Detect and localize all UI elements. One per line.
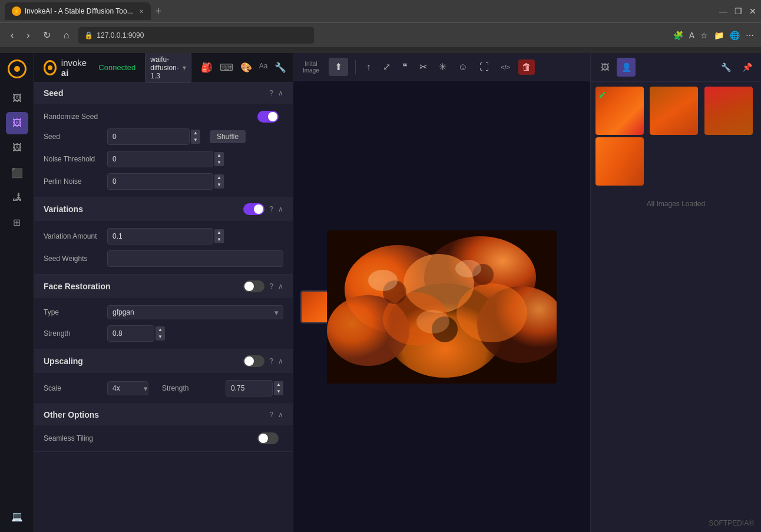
header-icon-keyboard[interactable]: ⌨ [220,62,233,73]
model-selector[interactable]: waifu-diffusion-1.3 ▾ [145,53,191,83]
sidebar-item-img2img[interactable]: 🖼 [6,112,28,134]
menu-icon[interactable]: ⋯ [746,31,754,40]
refresh-button[interactable]: ↻ [39,27,54,43]
collections-icon[interactable]: 📁 [714,31,724,40]
variations-toggle[interactable] [243,203,264,215]
sidebar-item-nodes[interactable]: 🏞 [6,186,28,209]
seed-down-arrow[interactable]: ▼ [191,137,200,144]
grid-image-4[interactable] [595,137,644,186]
variations-section-header[interactable]: Variations ? ∧ [34,197,293,221]
variation-amount-down[interactable]: ▼ [214,236,224,243]
maximize-button[interactable]: ⛶ [476,60,492,75]
shuffle-button[interactable]: Shuffle [210,130,246,143]
minimize-button[interactable]: — [719,6,727,16]
forward-button[interactable]: › [23,28,33,43]
noise-threshold-down[interactable]: ▼ [214,159,224,166]
header-logo-text: invoke ai [61,58,90,78]
other-options-title: Other Options [44,410,269,419]
perlin-noise-down[interactable]: ▼ [214,181,224,189]
header-icon-tool[interactable]: 🔧 [274,62,286,73]
rp-wrench-btn[interactable]: 🔧 [716,58,735,77]
expand-button[interactable]: ⤢ [379,59,394,75]
seed-weights-row: Seed Weights [44,250,283,267]
face-strength-down[interactable]: ▼ [155,333,165,341]
upscale-strength-down[interactable]: ▼ [274,388,283,395]
perlin-noise-up[interactable]: ▲ [214,174,224,181]
seed-input[interactable] [107,128,190,145]
scissors-button[interactable]: ✂ [416,59,431,75]
tab-close-btn[interactable]: ✕ [139,8,144,15]
browser-chrome: ⚡ InvokeAI - A Stable Diffusion Too... ✕… [0,0,761,53]
rp-image-btn[interactable]: 🖼 [595,58,614,77]
sidebar-item-batch[interactable]: ⊞ [6,211,28,233]
rp-pin-btn[interactable]: 📌 [737,58,756,77]
back-button[interactable]: ‹ [7,28,17,43]
seed-weights-input[interactable] [107,250,283,267]
variation-amount-input[interactable] [107,228,213,244]
face-type-row: Type gfpgan codeformer [44,305,283,319]
delete-button[interactable]: 🗑 [518,60,535,75]
brand-icon[interactable]: 🌐 [730,31,740,40]
upload-button[interactable]: ⬆ [329,58,348,76]
sidebar-item-gallery[interactable]: 🖼 [6,137,28,159]
perlin-noise-input[interactable] [107,173,213,190]
share-button[interactable]: ↑ [363,60,375,75]
header-icon-model[interactable]: 🎒 [201,62,213,73]
upscaling-help-icon[interactable]: ? [269,357,273,365]
close-button[interactable]: ✕ [749,6,756,16]
header-icon-theme[interactable]: 🎨 [240,62,252,73]
upscale-strength-arrows: ▲ ▼ [274,381,283,395]
sidebar-item-inpaint[interactable]: ⬛ [6,161,28,184]
emoji-button[interactable]: ☺ [455,60,471,75]
extensions-icon[interactable]: 🧩 [673,31,683,40]
seed-section-header[interactable]: Seed ? ∧ [34,82,293,104]
seed-help-icon[interactable]: ? [269,89,273,97]
sidebar-item-settings-bottom[interactable]: 💻 [6,505,28,527]
upscale-strength-input[interactable] [226,380,273,396]
face-restoration-header[interactable]: Face Restoration ? ∧ [34,275,293,298]
upscaling-toggle[interactable] [243,355,264,367]
favorites-icon[interactable]: ☆ [700,31,708,40]
seed-collapse-icon[interactable]: ∧ [278,89,283,97]
home-button[interactable]: ⌂ [60,28,73,43]
active-tab[interactable]: ⚡ InvokeAI - A Stable Diffusion Too... ✕ [5,2,151,20]
address-bar[interactable]: 🔒 127.0.0.1:9090 [78,27,314,44]
face-restoration-toggle[interactable] [243,280,264,292]
variations-collapse-icon[interactable]: ∧ [278,205,283,213]
variations-help-icon[interactable]: ? [269,205,273,213]
upscaling-collapse-icon[interactable]: ∧ [278,357,283,365]
noise-threshold-input[interactable] [107,151,213,167]
header-icon-textformat[interactable]: Aa [259,62,268,73]
other-options-header[interactable]: Other Options ? ∧ [34,404,293,425]
face-restoration-collapse-icon[interactable]: ∧ [278,282,283,290]
face-restoration-help-icon[interactable]: ? [269,282,273,290]
face-strength-input[interactable] [107,325,154,342]
seamless-tiling-toggle[interactable] [257,432,279,444]
code-button[interactable]: </> [497,61,514,73]
grid-image-1[interactable] [595,87,644,135]
face-type-select[interactable]: gfpgan codeformer [107,305,283,319]
new-tab-button[interactable]: + [151,3,167,20]
other-options-collapse-icon[interactable]: ∧ [278,411,283,419]
quote-button[interactable]: ❝ [399,59,411,75]
grid-image-2[interactable] [650,87,698,135]
other-options-help-icon[interactable]: ? [269,411,273,419]
other-options-content: Seamless Tiling [34,425,293,451]
noise-threshold-up[interactable]: ▲ [214,152,224,159]
face-strength-up[interactable]: ▲ [155,326,165,333]
upscaling-header[interactable]: Upscaling ? ∧ [34,349,293,373]
profile-icon[interactable]: A [689,31,694,40]
variation-amount-up[interactable]: ▲ [214,229,224,236]
rp-person-btn[interactable]: 👤 [617,58,636,77]
randomize-seed-toggle[interactable] [257,111,279,123]
grid-rose-2 [650,87,698,135]
seed-up-arrow[interactable]: ▲ [191,130,200,137]
sidebar-item-txt2img[interactable]: 🖼 [6,87,28,110]
scale-label: Scale [44,384,102,392]
upscale-strength-up[interactable]: ▲ [274,381,283,388]
asterisk-button[interactable]: ✳ [435,59,450,75]
seamless-tiling-row: Seamless Tiling [44,432,283,444]
maximize-button[interactable]: ❐ [734,6,742,16]
scale-select[interactable]: 2x 4x [107,381,148,395]
grid-image-3[interactable] [704,87,753,135]
